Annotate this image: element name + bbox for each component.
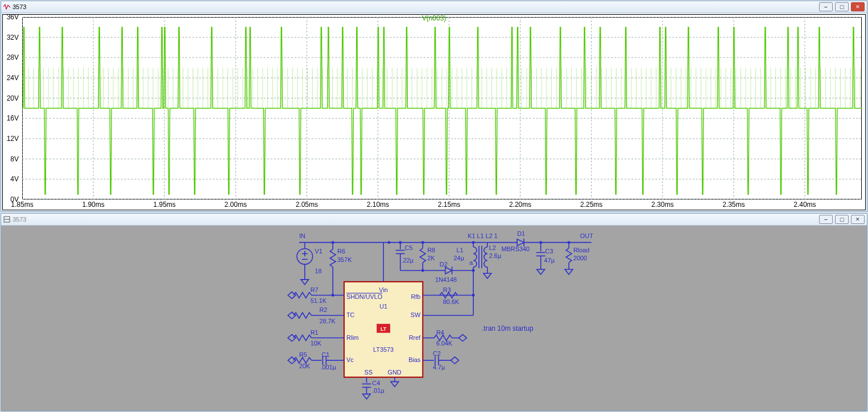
svg-text:.01µ: .01µ [372,387,384,394]
coupling-directive: K1 L1 L2 1 [468,232,498,239]
component-Rload: Rload 2000 [566,243,589,269]
svg-text:6.04K: 6.04K [436,340,453,347]
schematic-maximize-button[interactable]: ▢ [835,215,849,224]
schematic-window[interactable]: 3573 ‒ ▢ ✕ .wire{stroke:#2d2fca;stroke-w… [1,213,867,411]
schematic-app-icon [3,216,10,223]
svg-text:R6: R6 [337,248,345,255]
component-C5: C5 .22µ [396,243,414,270]
svg-text:L2: L2 [489,244,496,251]
svg-text:GND: GND [388,369,402,376]
svg-text:80.6K: 80.6K [443,298,460,305]
waveform-svg [22,17,862,199]
svg-text:R2: R2 [319,306,327,313]
waveform-window[interactable]: 3573 ‒ ▢ ✕ V(n003) 36V32V28V24V20V16V12V… [1,1,867,212]
y-axis-labels: 36V32V28V24V20V16V12V8V4V0V [3,17,20,199]
svg-marker-73 [288,335,296,342]
component-V1: V1 18 [297,243,323,276]
component-R7: R7 51.1K [288,286,333,305]
schematic-minimize-button[interactable]: ‒ [819,215,833,224]
svg-text:L1: L1 [457,247,464,253]
svg-text:D1: D1 [517,230,525,237]
svg-text:R3: R3 [443,286,451,293]
sim-directive[interactable]: .tran 10m startup [482,324,534,332]
svg-point-112 [472,269,475,272]
svg-text:U1: U1 [379,303,387,310]
svg-text:MBRS340: MBRS340 [502,245,530,252]
component-R3: R3 80.6K [440,286,460,306]
ground-icon [391,382,399,387]
component-C3: C3 47µ [536,243,555,269]
svg-marker-123 [483,273,491,278]
svg-marker-139 [537,269,545,274]
ground-icon [483,273,491,278]
svg-text:SS: SS [365,369,373,376]
component-D2: D2 1N4148 [435,261,473,283]
svg-text:Rfb: Rfb [411,293,420,300]
net-in: IN [299,232,305,239]
svg-text:2.6µ: 2.6µ [489,252,501,259]
svg-text:SW: SW [411,311,421,318]
svg-text:Vin: Vin [379,286,388,293]
svg-text:a: a [469,259,473,266]
ground-icon [537,269,545,274]
waveform-title: 3573 [13,3,26,10]
component-R1: R1 10K [288,329,344,347]
ground-icon [363,394,371,399]
waveform-maximize-button[interactable]: ▢ [835,2,849,11]
component-R8: R8 2K [420,243,435,270]
waveform-close-button[interactable]: ✕ [851,2,865,11]
svg-text:Rlim: Rlim [346,334,359,341]
svg-marker-144 [565,269,573,274]
svg-marker-65 [288,292,296,299]
svg-text:R4: R4 [436,329,444,336]
svg-text:28.7K: 28.7K [319,318,336,324]
svg-text:C5: C5 [405,244,413,251]
component-R4: R4 6.04K [423,329,466,347]
svg-text:V1: V1 [315,248,323,255]
svg-text:TC: TC [346,311,355,318]
svg-text:2000: 2000 [573,255,587,261]
waveform-titlebar[interactable]: 3573 ‒ ▢ ✕ [1,1,867,13]
svg-text:4.7µ: 4.7µ [433,364,445,371]
svg-text:R7: R7 [311,286,319,293]
schematic-titlebar[interactable]: 3573 ‒ ▢ ✕ [1,214,867,226]
svg-text:R8: R8 [427,247,435,253]
schematic-close-button[interactable]: ✕ [851,215,865,224]
svg-marker-105 [445,267,452,274]
svg-text:C3: C3 [545,248,553,255]
svg-text:C1: C1 [321,351,329,358]
svg-marker-69 [288,312,296,319]
trace-label[interactable]: V(n003) [422,14,447,22]
svg-text:1N4148: 1N4148 [435,276,457,283]
svg-text:Bias: Bias [408,356,421,363]
svg-text:18: 18 [315,268,322,274]
svg-text:2K: 2K [427,255,435,261]
net-out: OUT [580,232,593,239]
svg-marker-91 [391,382,399,387]
svg-text:SHDN/UVLO: SHDN/UVLO [346,293,382,300]
svg-text:47µ: 47µ [544,257,555,264]
waveform-plot-area[interactable]: V(n003) 36V32V28V24V20V16V12V8V4V0V 1.85… [2,14,866,210]
svg-marker-126 [517,239,524,246]
svg-text:R1: R1 [311,329,319,336]
svg-text:.001µ: .001µ [320,364,336,371]
svg-text:D2: D2 [440,261,448,268]
svg-text:LT3573: LT3573 [373,346,394,353]
svg-text:20K: 20K [299,363,311,369]
svg-text:C2: C2 [433,350,441,357]
ground-icon [301,276,309,285]
svg-text:Rload: Rload [573,247,589,253]
component-C2: C2 4.7µ [423,350,458,371]
svg-text:24µ: 24µ [454,255,464,261]
waveform-minimize-button[interactable]: ‒ [819,2,833,11]
svg-marker-38 [301,280,309,285]
component-C4: C4 .01µ [362,380,385,394]
schematic-canvas[interactable]: .wire{stroke:#2d2fca;stroke-width:1.6;fi… [1,226,867,411]
svg-text:10K: 10K [311,340,322,347]
svg-text:C4: C4 [372,380,380,386]
schematic-svg: .wire{stroke:#2d2fca;stroke-width:1.6;fi… [1,226,867,411]
svg-text:LT: LT [381,326,387,332]
schematic-title: 3573 [13,216,26,223]
svg-marker-77 [288,357,296,364]
svg-marker-151 [458,335,466,342]
